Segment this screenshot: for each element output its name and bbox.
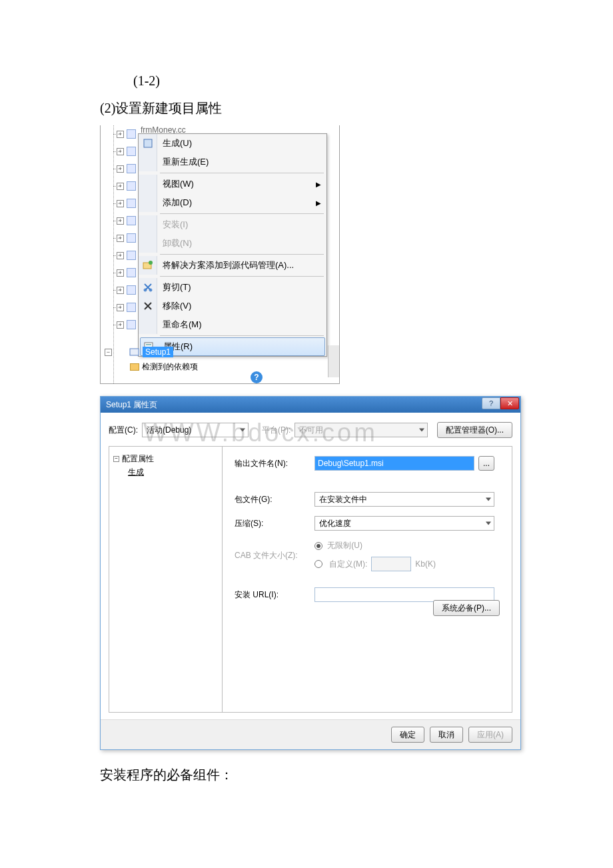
cab-size-input [371,557,411,571]
dialog-help-button[interactable]: ? [482,397,500,409]
compress-label: 压缩(S): [235,518,314,529]
file-icon [127,147,136,156]
apply-button: 应用(A) [468,727,512,743]
config-label: 配置(C): [109,425,138,436]
menu-cut[interactable]: 剪切(T) [139,278,326,297]
file-icon [127,199,136,208]
project-icon [129,347,140,357]
dialog-titlebar: Setup1 属性页 ? ✕ [101,397,520,413]
file-icon [127,164,136,173]
context-menu: 生成(U) 重新生成(E) 视图(W) ▶ 添加(D) ▶ 安装(I) [138,133,327,357]
prop-category-tree: − 配置属性 生成 [109,447,223,712]
file-icon [127,251,136,260]
file-icon [127,320,136,329]
tree-footer: − Setup1 检测到的依赖项 [102,345,339,383]
cab-custom-radio: 自定义(M): Kb(K) [314,557,436,571]
file-icon [127,233,136,243]
cab-unlimited-radio: 无限制(U) [314,540,436,551]
menu-add[interactable]: 添加(D) ▶ [139,193,326,212]
menu-rebuild[interactable]: 重新生成(E) [139,153,326,171]
prop-tree-build[interactable]: 生成 [113,465,218,479]
cab-size-label: CAB 文件大小(Z): [235,550,314,561]
ok-button[interactable]: 确定 [391,727,424,743]
file-icon [127,268,136,277]
folder-add-icon [143,260,153,271]
output-filename-label: 输出文件名(N): [235,458,314,469]
config-row: 配置(C): 活动(Debug) 平台(P): 不可用 配置管理器(O)... [109,422,512,438]
figure-caption: (1-2) [133,73,513,89]
section-heading: (2)设置新建项目属性 [100,99,513,117]
properties-dialog: Setup1 属性页 ? ✕ 配置(C): 活动(Debug) 平台(P): 不… [100,396,521,750]
svg-rect-0 [144,139,152,147]
tree-collapse-icon[interactable]: − [113,456,119,462]
browse-button[interactable]: ... [478,456,494,471]
menu-uninstall: 卸载(N) [139,234,326,253]
menu-remove[interactable]: 移除(V) [139,297,326,315]
file-icon [127,216,136,225]
config-manager-button[interactable]: 配置管理器(O)... [437,422,512,438]
submenu-arrow-icon: ▶ [316,181,321,188]
platform-combo: 不可用 [295,423,428,437]
menu-install: 安装(I) [139,215,326,234]
radio-icon [314,542,322,550]
help-bubble-icon: ? [251,371,263,383]
file-icon [127,181,136,191]
svg-rect-8 [130,349,139,355]
prop-tree-root[interactable]: − 配置属性 [113,452,218,465]
compress-combo[interactable]: 优化速度 [314,516,494,531]
svg-point-2 [149,261,153,265]
delete-icon [143,301,153,311]
menu-build[interactable]: 生成(U) [139,134,326,153]
radio-icon [314,560,322,568]
prerequisites-button[interactable]: 系统必备(P)... [433,600,500,616]
cut-icon [143,282,153,293]
file-icon [127,303,136,312]
dialog-title: Setup1 属性页 [106,399,157,411]
cancel-button[interactable]: 取消 [430,727,463,743]
menu-view[interactable]: 视图(W) ▶ [139,175,326,193]
install-url-label: 安装 URL(I): [235,589,314,601]
output-filename-input[interactable]: Debug\Setup1.msi [314,456,474,471]
platform-label: 平台(P): [262,425,291,436]
tree-node-deps[interactable]: 检测到的依赖项 [142,361,198,373]
vertical-scrollbar[interactable] [328,345,339,377]
tree-collapse-icon[interactable]: − [105,349,112,356]
file-icon [127,285,136,295]
body-paragraph: 安装程序的必备组件： [100,766,513,784]
folder-icon [130,363,139,371]
package-label: 包文件(G): [235,494,314,505]
prop-form: 输出文件名(N): Debug\Setup1.msi ... 包文件(G): 在… [223,447,512,712]
package-combo[interactable]: 在安装文件中 [314,492,494,507]
file-icon [127,129,136,139]
screenshot-tree-context: + + + + + + + + + + + + frmMoney.cc 生成(U… [100,125,340,384]
submenu-arrow-icon: ▶ [316,199,321,207]
tree-node-setup1[interactable]: Setup1 [143,347,173,357]
dialog-close-button[interactable]: ✕ [500,397,519,409]
menu-add-scc[interactable]: 将解决方案添加到源代码管理(A)... [139,256,326,275]
build-icon [143,138,153,149]
config-combo[interactable]: 活动(Debug) [142,423,249,437]
menu-rename[interactable]: 重命名(M) [139,315,326,334]
